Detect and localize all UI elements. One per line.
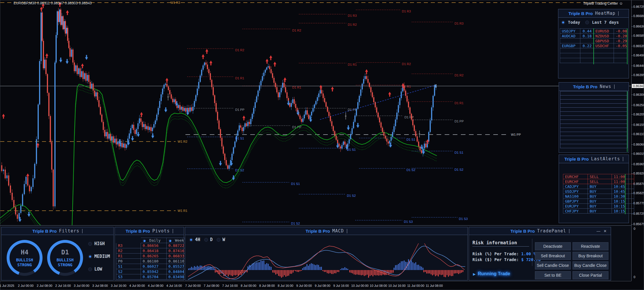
weekly-pivot-label: W1 R3 (170, 1, 180, 4)
time-label: 2 Jul 00:00 (18, 284, 34, 287)
deactivate-button[interactable]: Deactivate (535, 242, 571, 250)
sell-candle-close-button[interactable]: Sell Candle Close (535, 261, 571, 269)
heatmap-radio-today-label[interactable]: Today (568, 20, 580, 25)
buy-arrow-icon (45, 53, 48, 58)
candle-body (13, 200, 14, 207)
filters-radio-low[interactable]: LOW (88, 267, 110, 272)
time-label: 10 Jul 08:00 (370, 284, 387, 287)
macd-hist-bar-up (346, 268, 347, 270)
candle-body (425, 144, 426, 147)
running-trade-toggle[interactable]: ▶Running Trade (473, 271, 510, 276)
candle-body (122, 143, 123, 147)
macd-hist-bar-up (190, 268, 191, 270)
candle-body (375, 102, 376, 107)
news-row (560, 132, 628, 136)
macd-hist-bar-up (271, 267, 272, 270)
candle-body (51, 142, 52, 170)
candle-body (62, 16, 64, 29)
weekly-pivot-label: W1 R1 (178, 209, 187, 212)
trendline[interactable] (320, 85, 435, 120)
candle-body (260, 81, 262, 85)
time-label: 4 Jul 08:00 (148, 284, 163, 287)
candle-body (87, 75, 88, 81)
macd-hist-bar-down (357, 270, 358, 274)
candle-body (330, 116, 331, 121)
buy-breakout-button[interactable]: Buy Breakout (573, 252, 608, 260)
price-label: 0.86440 (633, 64, 644, 67)
macd-radio-d[interactable]: D (204, 237, 213, 242)
macd-hist-bar-down (275, 270, 276, 275)
candle-body (195, 95, 196, 101)
candle-body (399, 98, 400, 105)
candle-body (349, 139, 350, 144)
macd-radio-w[interactable]: W (217, 237, 225, 242)
candle-body (34, 164, 35, 178)
candle-body (320, 90, 321, 93)
macd-hist-bar-down (361, 270, 362, 275)
candle-body (395, 120, 396, 126)
buy-arrow-icon (140, 112, 143, 117)
daily-pivot-label: D1 R3 (348, 14, 357, 17)
buy-candle-close-button[interactable]: Buy Candle Close (573, 261, 608, 269)
heatmap-radio-today[interactable] (561, 21, 565, 24)
set-to-be-button[interactable]: Set to BE (535, 271, 571, 279)
macd-radio-4h[interactable]: 4H (189, 237, 200, 242)
candle-body (117, 142, 118, 144)
time-axis[interactable]: 1 Jul 20252 Jul 00:002 Jul 08:002 Jul 16… (0, 281, 631, 290)
time-label: 8 Jul 08:00 (259, 284, 275, 287)
macd-hist-bar-up (253, 263, 254, 270)
candle-body (295, 104, 296, 108)
heatmap-radio-7days-label[interactable]: Last 7 days (592, 20, 619, 25)
filters-radio-medium[interactable]: MEDIUM (88, 254, 110, 259)
price-label: 0.86155 (633, 123, 644, 126)
candle-body (31, 187, 32, 191)
sell-breakout-button[interactable]: Sell Breakout (535, 252, 571, 260)
macd-plot[interactable] (185, 243, 467, 280)
candle-body (24, 184, 25, 194)
price-tick (632, 7, 633, 7)
time-label: 3 Jul 00:00 (74, 284, 89, 287)
macd-hist-bar-down (387, 270, 388, 274)
reactivate-button[interactable]: Reactivate (573, 242, 608, 250)
macd-hist-bar-down (391, 270, 392, 273)
price-tick (632, 75, 633, 76)
alert-row: EURCHF SELL 11:00 (563, 174, 634, 179)
macd-hist-bar-down (291, 270, 292, 274)
macd-hist-bar-down (448, 270, 449, 277)
macd-hist-bar-up (401, 261, 402, 270)
candle-body (205, 63, 207, 65)
alert-row: USDJPY BUY 10:45 (563, 189, 634, 194)
macd-hist-bar-down (235, 270, 236, 275)
candle-body (433, 96, 434, 107)
heatmap-radio-7days[interactable] (585, 21, 589, 24)
filters-radio-high[interactable]: HIGH (88, 241, 110, 246)
candle-body (182, 107, 183, 111)
price-tick (632, 66, 633, 66)
minimize-button[interactable]: — (597, 229, 600, 233)
pivots-daily-radio[interactable] (143, 239, 146, 242)
candle-body (208, 69, 209, 73)
main-chart[interactable]: W1 R3W1 R2W1 R1W1 PPD1 R2D1 R1D1 PPD1 S1… (0, 0, 631, 225)
candle-body (421, 150, 422, 153)
close-button[interactable]: ✕ (603, 229, 607, 233)
sell-arrow-icon (85, 55, 88, 60)
macd-hist-bar-up (211, 267, 212, 270)
macd-hist-bar-down (424, 270, 424, 272)
close-partial-button[interactable]: Close Partial (573, 271, 608, 279)
macd-hist-bar-up (312, 264, 313, 270)
daily-pivot-label: D1 PP (235, 108, 244, 111)
price-scale[interactable]: 0.867250.866800.866300.865850.865350.864… (631, 0, 644, 281)
candle-body (409, 107, 411, 114)
macd-hist-bar-up (411, 260, 412, 270)
macd-hist-bar-down (373, 270, 373, 276)
macd-hist-bar-down (371, 270, 372, 275)
sub-scale-zero-top: 0 (634, 227, 635, 230)
gauge-h4-signal2: STRONG (17, 263, 32, 267)
macd-hist-bar-down (386, 270, 387, 275)
sell-arrow-icon (164, 107, 167, 112)
daily-pivot-label: D1 S1 (291, 182, 300, 186)
pivots-weekly-radio[interactable] (168, 239, 172, 242)
macd-hist-bar-down (364, 270, 365, 276)
candle-body (214, 95, 215, 103)
candle-body (132, 125, 133, 128)
